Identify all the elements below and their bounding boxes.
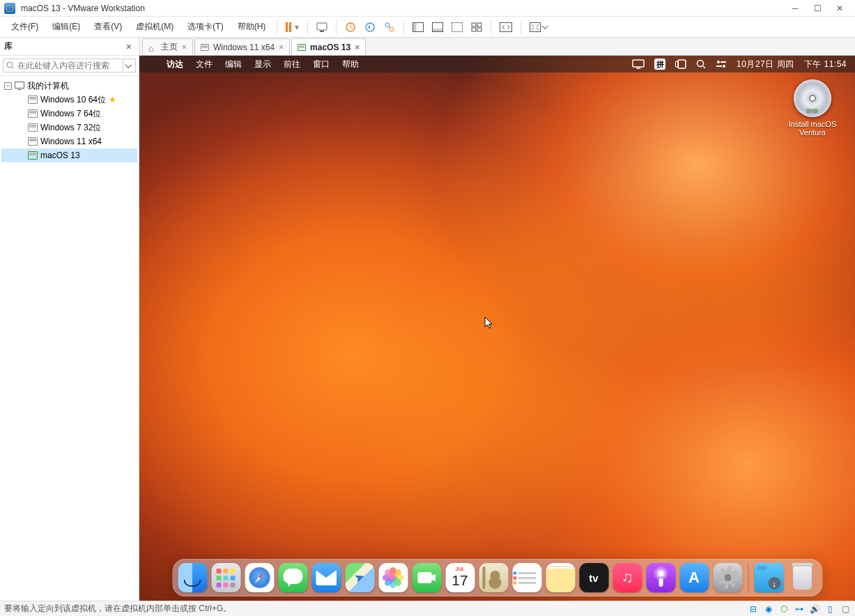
device-printer-icon[interactable]: ▯ (824, 604, 835, 614)
macos-date[interactable]: 10月27日 周四 (737, 59, 794, 70)
svg-rect-1 (320, 31, 324, 32)
macos-menubar: 访达 文件 编辑 显示 前往 窗口 帮助 拼 10月27日 周四 下午 11:5… (139, 56, 855, 72)
macos-menu-edit[interactable]: 编辑 (219, 59, 248, 70)
macos-menu-go[interactable]: 前往 (277, 59, 307, 70)
menu-help[interactable]: 帮助(H) (231, 18, 273, 36)
device-hdd-icon[interactable]: ⊟ (748, 604, 759, 614)
device-usb-icon[interactable]: ⊶ (794, 604, 805, 614)
quick-switch-button[interactable] (495, 20, 516, 35)
view-console-button[interactable] (428, 20, 447, 35)
search-icon (6, 61, 15, 70)
dock-settings[interactable] (713, 563, 742, 592)
minimize-button[interactable]: ─ (784, 1, 806, 15)
close-button[interactable]: ✕ (829, 1, 851, 15)
maximize-button[interactable]: ☐ (806, 1, 829, 15)
dock-reminders[interactable] (512, 563, 541, 592)
svg-rect-10 (433, 29, 443, 32)
snapshot-manager-button[interactable] (380, 19, 399, 36)
dock-messages[interactable] (278, 563, 307, 592)
dock-appstore[interactable] (679, 563, 709, 592)
dock-downloads[interactable] (754, 563, 783, 592)
tab-close-button[interactable]: × (182, 43, 187, 52)
send-ctrl-alt-del-button[interactable] (312, 19, 332, 36)
menu-vm[interactable]: 虚拟机(M) (129, 18, 180, 36)
macos-menu-view[interactable]: 显示 (248, 59, 277, 70)
svg-line-19 (12, 67, 14, 69)
search-dropdown-button[interactable] (123, 59, 136, 72)
dvd-icon (794, 79, 831, 117)
view-thumbnails-button[interactable] (467, 20, 486, 35)
vmware-app-icon (4, 3, 15, 14)
snapshot-take-button[interactable] (341, 19, 360, 36)
dock-notes[interactable] (546, 563, 575, 592)
macos-app-menu[interactable]: 访达 (160, 59, 190, 70)
tree-root-label: 我的计算机 (27, 80, 69, 92)
svg-rect-17 (530, 22, 541, 31)
dock-podcasts[interactable] (646, 563, 675, 592)
fullscreen-button[interactable] (525, 20, 553, 35)
dock-facetime[interactable] (412, 563, 441, 592)
menu-edit[interactable]: 编辑(E) (45, 18, 87, 36)
stage-manager-icon[interactable] (675, 59, 686, 69)
dock-safari[interactable] (245, 563, 274, 592)
tree-item-macos13[interactable]: macOS 13 (1, 148, 137, 162)
snapshot-revert-button[interactable] (360, 19, 380, 36)
dock-finder[interactable] (178, 563, 207, 592)
dock-launchpad[interactable] (211, 563, 240, 592)
view-sidebar-button[interactable] (408, 20, 428, 35)
spotlight-icon[interactable] (696, 59, 706, 69)
macos-menu-help[interactable]: 帮助 (336, 59, 365, 70)
svg-rect-13 (477, 23, 482, 26)
dock-separator (748, 564, 748, 592)
tree-item-windows7-32[interactable]: Windows 7 32位 (1, 121, 137, 134)
library-close-button[interactable]: × (123, 41, 134, 52)
tree-root-my-computer[interactable]: − 我的计算机 (1, 79, 137, 93)
device-sound-icon[interactable]: 🔊 (809, 604, 820, 614)
macos-menu-window[interactable]: 窗口 (307, 59, 336, 70)
tab-close-button[interactable]: × (355, 43, 360, 52)
tree-item-windows7-64[interactable]: Windows 7 64位 (1, 107, 137, 121)
dock-calendar[interactable]: JUL17 (445, 563, 475, 592)
tab-label: Windows 11 x64 (213, 43, 275, 52)
tab-windows11[interactable]: Windows 11 x64 × (194, 38, 290, 55)
menu-view[interactable]: 查看(V) (87, 18, 129, 36)
tab-macos13[interactable]: macOS 13 × (291, 38, 366, 55)
dock-maps[interactable] (345, 563, 374, 592)
view-unity-button[interactable] (447, 20, 467, 35)
main-area: 主页 × Windows 11 x64 × macOS 13 × 访达 文件 (139, 38, 855, 601)
monitor-icon (15, 82, 24, 90)
svg-rect-14 (472, 28, 476, 31)
tree-collapse-icon[interactable]: − (4, 82, 12, 90)
library-title: 库 (4, 40, 123, 52)
tree-item-windows10[interactable]: Windows 10 64位 ★ (1, 93, 137, 107)
screen-mirroring-icon[interactable] (632, 59, 645, 69)
dock-music[interactable] (613, 563, 642, 592)
tree-item-windows11[interactable]: Windows 11 x64 (1, 134, 137, 148)
svg-point-25 (698, 61, 704, 67)
library-search[interactable] (3, 59, 123, 72)
svg-rect-22 (633, 60, 644, 67)
guest-vm-screen[interactable]: 访达 文件 编辑 显示 前往 窗口 帮助 拼 10月27日 周四 下午 11:5… (139, 56, 855, 601)
library-search-input[interactable] (17, 61, 120, 70)
macos-time[interactable]: 下午 11:54 (804, 59, 847, 70)
device-network-icon[interactable]: ⬡ (778, 604, 789, 614)
device-display-icon[interactable]: ▢ (840, 604, 851, 614)
dock-trash[interactable] (787, 563, 817, 592)
menu-tabs[interactable]: 选项卡(T) (180, 18, 230, 36)
menu-file[interactable]: 文件(F) (4, 18, 45, 36)
control-center-icon[interactable] (716, 60, 727, 68)
input-method-icon[interactable]: 拼 (654, 59, 665, 70)
statusbar-message: 要将输入定向到该虚拟机，请在虚拟机内部单击或按 Ctrl+G。 (4, 603, 748, 615)
dock-mail[interactable] (311, 563, 341, 592)
tab-close-button[interactable]: × (279, 43, 284, 52)
tab-home[interactable]: 主页 × (142, 38, 193, 55)
macos-menu-file[interactable]: 文件 (190, 59, 219, 70)
dock-contacts[interactable] (479, 563, 508, 592)
suspend-vm-button[interactable]: ▾ (282, 20, 303, 35)
tree-item-label: macOS 13 (40, 151, 80, 160)
device-cd-icon[interactable]: ◉ (763, 604, 774, 614)
desktop-install-macos-icon[interactable]: Install macOS Ventura (787, 79, 838, 137)
dock-tv[interactable] (579, 563, 608, 592)
dock-photos[interactable] (378, 563, 408, 592)
svg-line-6 (389, 26, 390, 28)
